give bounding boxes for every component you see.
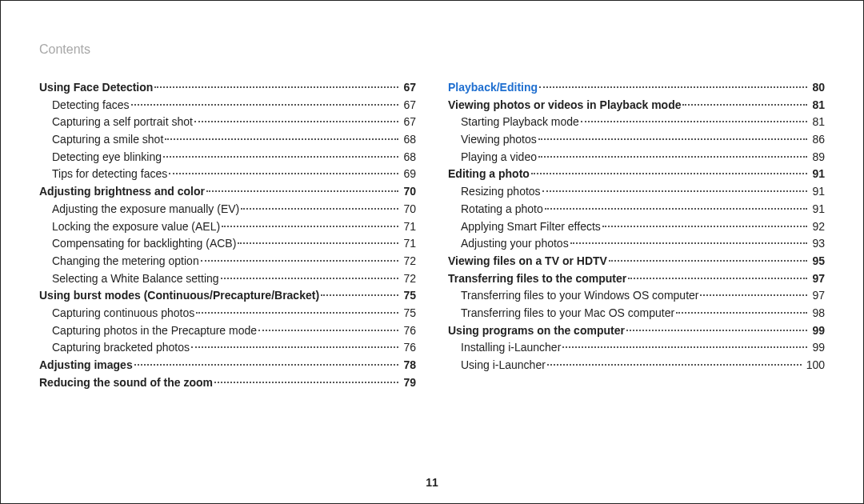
toc-entry-title: Changing the metering option [39,253,199,270]
page-number: 11 [1,476,863,489]
toc-entry-page: 92 [809,218,825,236]
toc-entry-title: Capturing a smile shot [39,131,163,149]
toc-entry[interactable]: Playback/Editing80 [448,79,825,97]
toc-entry-title: Transferring files to the computer [448,270,626,288]
toc-entry[interactable]: Capturing continuous photos75 [39,305,416,322]
toc-entry-title: Capturing a self portrait shot [39,114,193,131]
leader-dots [206,184,399,195]
toc-entry-title: Editing a photo [448,166,530,183]
toc-entry[interactable]: Locking the exposure value (AEL)71 [39,218,416,236]
toc-entry[interactable]: Capturing bracketed photos76 [39,339,416,357]
toc-entry[interactable]: Selecting a White Balance setting72 [39,270,416,288]
toc-entry[interactable]: Adjusting the exposure manually (EV)70 [39,201,416,218]
leader-dots [165,132,398,143]
toc-entry[interactable]: Detecting faces67 [39,97,416,114]
toc-entry[interactable]: Resizing photos91 [448,183,825,201]
page-header: Contents [39,42,825,57]
toc-entry-title: Detecting eye blinking [39,149,162,166]
leader-dots [131,98,399,109]
toc-entry[interactable]: Viewing files on a TV or HDTV95 [448,253,825,270]
toc-entry[interactable]: Rotating a photo91 [448,201,825,218]
toc-entry-page: 75 [400,305,416,322]
leader-dots [222,219,398,230]
toc-entry-page: 99 [809,339,825,357]
toc-entry[interactable]: Adjusting images78 [39,357,416,374]
toc-entry[interactable]: Using i-Launcher100 [448,357,825,374]
toc-entry[interactable]: Viewing photos or videos in Playback mod… [448,97,825,114]
toc-entry[interactable]: Adjusting brightness and color70 [39,183,416,201]
toc-entry[interactable]: Viewing photos86 [448,131,825,149]
toc-entry[interactable]: Changing the metering option72 [39,253,416,270]
toc-entry[interactable]: Reducing the sound of the zoom79 [39,374,416,392]
leader-dots [221,271,399,282]
toc-entry[interactable]: Using burst modes (Continuous/Precapture… [39,287,416,305]
toc-entry-title: Detecting faces [39,97,130,114]
toc-entry-page: 68 [400,131,416,149]
toc-entry-title: Using programs on the computer [448,322,625,340]
toc-entry[interactable]: Using Face Detection67 [39,79,416,97]
toc-entry-title: Transferring files to your Windows OS co… [448,287,698,305]
leader-dots [609,254,808,265]
leader-dots [321,288,398,299]
toc-entry-title: Playing a video [448,149,537,166]
toc-entry-title: Adjusting the exposure manually (EV) [39,201,239,218]
toc-entry-title: Locking the exposure value (AEL) [39,218,220,236]
toc-entry[interactable]: Transferring files to your Mac OS comput… [448,305,825,322]
leader-dots [538,132,808,143]
toc-entry-title: Reducing the sound of the zoom [39,374,213,392]
leader-dots [602,219,808,230]
toc-entry[interactable]: Tips for detecting faces69 [39,166,416,183]
leader-dots [676,306,807,317]
toc-entry-title: Installing i-Launcher [448,339,561,357]
toc-entry-page: 95 [809,253,825,270]
toc-entry[interactable]: Transferring files to the computer97 [448,270,825,288]
leader-dots [538,150,807,161]
toc-entry[interactable]: Adjusting your photos93 [448,235,825,253]
toc-entry-page: 67 [400,79,416,97]
toc-entry[interactable]: Transferring files to your Windows OS co… [448,287,825,305]
toc-entry[interactable]: Capturing a smile shot68 [39,131,416,149]
toc-left-column: Using Face Detection67Detecting faces67C… [39,79,416,391]
toc-entry-title: Viewing files on a TV or HDTV [448,253,607,270]
toc-entry-page: 93 [809,235,825,253]
toc-entry-title: Adjusting images [39,357,133,374]
leader-dots [700,288,807,299]
toc-entry-page: 99 [809,322,825,340]
toc-entry[interactable]: Applying Smart Filter effects92 [448,218,825,236]
leader-dots [562,340,807,351]
toc-entry-page: 72 [400,253,416,270]
toc-entry[interactable]: Capturing photos in the Precapture mode7… [39,322,416,340]
leader-dots [628,271,807,282]
toc-entry-title: Transferring files to your Mac OS comput… [448,305,674,322]
toc-entry-page: 72 [400,270,416,288]
leader-dots [570,236,808,247]
toc-entry-page: 78 [400,357,416,374]
toc-entry[interactable]: Starting Playback mode81 [448,114,825,131]
leader-dots [545,202,808,213]
toc-entry-title: Compensating for backlighting (ACB) [39,235,236,253]
leader-dots [169,166,398,178]
leader-dots [194,114,399,126]
toc-entry-title: Using Face Detection [39,79,153,97]
toc-entry-page: 80 [809,79,825,97]
toc-entry-page: 81 [809,114,825,131]
toc-entry[interactable]: Editing a photo91 [448,166,825,183]
toc-entry-title: Selecting a White Balance setting [39,270,219,288]
leader-dots [539,80,807,91]
toc-entry[interactable]: Capturing a self portrait shot67 [39,114,416,131]
toc-entry[interactable]: Compensating for backlighting (ACB)71 [39,235,416,253]
toc-entry[interactable]: Playing a video89 [448,149,825,166]
toc-entry-page: 86 [809,131,825,149]
leader-dots [214,375,398,386]
toc-entry-page: 100 [803,357,825,374]
toc-entry-title: Capturing bracketed photos [39,339,190,357]
leader-dots [201,254,399,265]
toc-entry-title: Tips for detecting faces [39,166,167,183]
toc-entry[interactable]: Using programs on the computer99 [448,322,825,340]
toc-entry[interactable]: Installing i-Launcher99 [448,339,825,357]
toc-entry[interactable]: Detecting eye blinking68 [39,149,416,166]
leader-dots [542,184,808,195]
toc-entry-title: Capturing photos in the Precapture mode [39,322,257,340]
toc-entry-page: 67 [400,114,416,131]
toc-entry-title: Resizing photos [448,183,541,201]
